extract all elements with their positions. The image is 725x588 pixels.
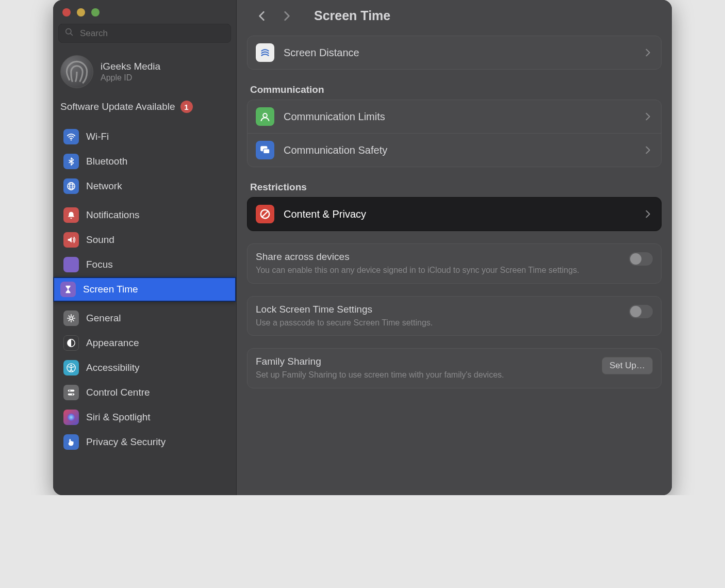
- sidebar-item-accessibility[interactable]: Accessibility: [56, 355, 233, 380]
- bluetooth-icon: [63, 154, 79, 169]
- close-window-button[interactable]: [62, 8, 71, 17]
- sidebar-item-label: Wi-Fi: [86, 131, 109, 142]
- share-title: Share across devices: [256, 251, 624, 263]
- hourglass-icon: [60, 282, 76, 297]
- sidebar-item-label: Sound: [86, 234, 114, 246]
- page-title: Screen Time: [314, 8, 390, 23]
- software-update-row[interactable]: Software Update Available 1: [53, 97, 236, 122]
- gear-icon: [63, 311, 79, 326]
- sidebar-item-privacy[interactable]: Privacy & Security: [56, 430, 233, 454]
- sidebar-item-control-centre[interactable]: Control Centre: [56, 380, 233, 405]
- chevron-right-icon: [644, 209, 653, 219]
- row-label: Screen Distance: [284, 47, 634, 59]
- sidebar-item-sound[interactable]: Sound: [56, 227, 233, 252]
- chevron-right-icon: [644, 112, 653, 121]
- settings-window: iGeeks Media Apple ID Software Update Av…: [53, 0, 672, 495]
- window-controls: [53, 0, 236, 20]
- waves-icon: [256, 43, 274, 62]
- row-content-privacy[interactable]: Content & Privacy: [248, 198, 661, 231]
- search-field[interactable]: [58, 24, 231, 43]
- sidebar-item-siri[interactable]: Siri & Spotlight: [56, 405, 233, 430]
- share-across-devices-block: Share across devices You can enable this…: [247, 243, 662, 284]
- moon-icon: [63, 257, 79, 272]
- share-desc: You can enable this on any device signed…: [256, 265, 624, 276]
- avatar: [60, 55, 93, 88]
- family-desc: Set up Family Sharing to use screen time…: [256, 369, 597, 381]
- share-toggle[interactable]: [629, 252, 653, 266]
- main-panel: Screen Time Screen Distance Communicatio…: [237, 0, 672, 495]
- chevron-right-icon: [644, 145, 653, 155]
- screen-distance-card: Screen Distance: [247, 36, 662, 70]
- sidebar-item-label: Control Centre: [86, 387, 150, 398]
- software-update-label: Software Update Available: [60, 101, 175, 112]
- switches-icon: [63, 385, 79, 400]
- sidebar-item-bluetooth[interactable]: Bluetooth: [56, 149, 233, 174]
- sidebar-item-label: Notifications: [86, 209, 140, 221]
- contacts-icon: [256, 107, 274, 126]
- nav-forward-button[interactable]: [280, 9, 293, 23]
- search-icon: [65, 28, 74, 39]
- nav-back-button[interactable]: [255, 9, 269, 23]
- sidebar-item-label: Focus: [86, 259, 113, 270]
- accessibility-icon: [63, 360, 79, 375]
- row-screen-distance[interactable]: Screen Distance: [248, 36, 661, 69]
- sidebar-item-label: Network: [86, 181, 122, 192]
- family-sharing-block: Family Sharing Set up Family Sharing to …: [247, 348, 662, 388]
- globe-icon: [63, 178, 79, 194]
- sidebar-item-general[interactable]: General: [56, 306, 233, 331]
- row-label: Communication Safety: [284, 144, 634, 156]
- zoom-window-button[interactable]: [91, 8, 100, 17]
- family-setup-button[interactable]: Set Up…: [602, 357, 653, 374]
- bell-icon: [63, 207, 79, 223]
- sidebar-item-label: General: [86, 313, 121, 324]
- wifi-icon: [63, 129, 79, 144]
- restrictions-card: Content & Privacy: [247, 197, 662, 231]
- family-title: Family Sharing: [256, 356, 597, 367]
- sidebar-item-label: Siri & Spotlight: [86, 412, 151, 423]
- lock-toggle[interactable]: [629, 305, 653, 318]
- siri-icon: [63, 410, 79, 425]
- sidebar-item-appearance[interactable]: Appearance: [56, 331, 233, 355]
- update-badge: 1: [180, 101, 193, 113]
- section-heading-restrictions: Restrictions: [247, 167, 662, 197]
- lock-title: Lock Screen Time Settings: [256, 304, 624, 315]
- section-heading-communication: Communication: [247, 70, 662, 100]
- topbar: Screen Time: [237, 0, 672, 36]
- row-communication-limits[interactable]: Communication Limits: [248, 100, 661, 133]
- sidebar-item-label: Accessibility: [86, 362, 139, 373]
- nosign-icon: [256, 205, 274, 223]
- search-input[interactable]: [79, 28, 224, 39]
- profile-sub: Apple ID: [101, 73, 160, 83]
- hand-icon: [63, 434, 79, 450]
- sidebar-item-notifications[interactable]: Notifications: [56, 203, 233, 227]
- row-label: Content & Privacy: [284, 208, 634, 220]
- sidebar-item-label: Bluetooth: [86, 156, 127, 167]
- content: Screen Distance Communication Communicat…: [237, 36, 672, 399]
- speaker-icon: [63, 232, 79, 248]
- row-label: Communication Limits: [284, 111, 634, 123]
- lock-settings-block: Lock Screen Time Settings Use a passcode…: [247, 296, 662, 336]
- row-communication-safety[interactable]: Communication Safety: [248, 133, 661, 167]
- sidebar-item-label: Privacy & Security: [86, 436, 166, 448]
- sidebar-item-label: Appearance: [86, 337, 139, 349]
- sidebar-list: Wi-FiBluetoothNetworkNotificationsSoundF…: [53, 122, 236, 456]
- appearance-icon: [63, 335, 79, 351]
- sidebar-item-wifi[interactable]: Wi-Fi: [56, 124, 233, 149]
- sidebar-item-focus[interactable]: Focus: [56, 252, 233, 277]
- sidebar-item-network[interactable]: Network: [56, 174, 233, 199]
- sidebar: iGeeks Media Apple ID Software Update Av…: [53, 0, 237, 495]
- profile-name: iGeeks Media: [101, 61, 160, 72]
- chat-icon: [256, 141, 274, 159]
- minimize-window-button[interactable]: [77, 8, 85, 17]
- apple-id-profile[interactable]: iGeeks Media Apple ID: [53, 50, 236, 97]
- sidebar-item-label: Screen Time: [83, 284, 138, 295]
- chevron-right-icon: [644, 48, 653, 57]
- lock-desc: Use a passcode to secure Screen Time set…: [256, 317, 624, 329]
- sidebar-item-screen-time[interactable]: Screen Time: [53, 277, 236, 302]
- communication-card: Communication LimitsCommunication Safety: [247, 100, 662, 167]
